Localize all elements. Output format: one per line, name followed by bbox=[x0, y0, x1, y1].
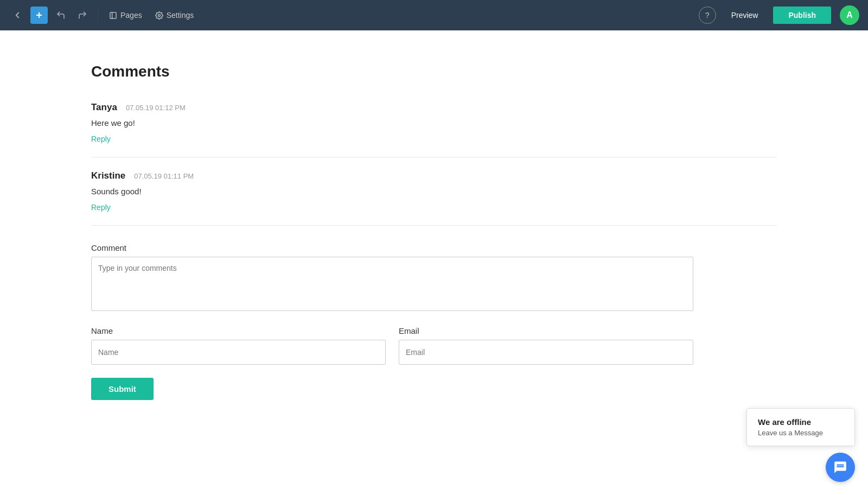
svg-point-2 bbox=[158, 14, 160, 16]
comment-header: Kristine 07.05.19 01:11 PM bbox=[91, 170, 777, 181]
chat-popup: We are offline Leave us a Message bbox=[746, 408, 855, 446]
name-label: Name bbox=[91, 326, 386, 335]
nav-divider bbox=[98, 9, 98, 22]
help-button[interactable]: ? bbox=[699, 7, 716, 24]
comment-author: Kristine bbox=[91, 170, 125, 181]
chat-button[interactable] bbox=[826, 453, 855, 482]
reply-button[interactable]: Reply bbox=[91, 203, 111, 212]
main-content: Comments Tanya 07.05.19 01:12 PM Here we… bbox=[0, 30, 868, 433]
comment-label: Comment bbox=[91, 243, 777, 252]
page-title: Comments bbox=[91, 63, 777, 80]
comment-item: Kristine 07.05.19 01:11 PM Sounds good! … bbox=[91, 170, 777, 226]
comment-author: Tanya bbox=[91, 102, 117, 113]
pages-button[interactable]: Pages bbox=[105, 8, 146, 23]
comment-text: Sounds good! bbox=[91, 187, 777, 196]
undo-button[interactable] bbox=[52, 7, 69, 24]
email-input[interactable] bbox=[399, 340, 693, 365]
chat-offline-text: We are offline bbox=[758, 417, 844, 427]
settings-label: Settings bbox=[167, 11, 194, 20]
comment-date: 07.05.19 01:11 PM bbox=[134, 172, 194, 180]
comment-text: Here we go! bbox=[91, 118, 777, 128]
publish-button[interactable]: Publish bbox=[773, 7, 831, 24]
preview-button[interactable]: Preview bbox=[720, 7, 769, 24]
name-input[interactable] bbox=[91, 340, 386, 365]
navbar: + Pages Settings ? Preview Publish A bbox=[0, 0, 868, 30]
reply-button[interactable]: Reply bbox=[91, 135, 111, 143]
pages-label: Pages bbox=[120, 11, 142, 20]
comment-header: Tanya 07.05.19 01:12 PM bbox=[91, 102, 777, 113]
chat-widget: We are offline Leave us a Message bbox=[746, 408, 855, 482]
svg-rect-0 bbox=[110, 12, 116, 18]
back-button[interactable] bbox=[9, 7, 26, 24]
comment-form: Comment Name Email Submit bbox=[91, 243, 777, 400]
settings-button[interactable]: Settings bbox=[151, 8, 199, 23]
redo-button[interactable] bbox=[74, 7, 91, 24]
email-field-wrapper: Email bbox=[399, 326, 693, 365]
comment-date: 07.05.19 01:12 PM bbox=[126, 104, 186, 112]
avatar[interactable]: A bbox=[840, 5, 859, 25]
comment-item: Tanya 07.05.19 01:12 PM Here we go! Repl… bbox=[91, 102, 777, 157]
comment-textarea[interactable] bbox=[91, 257, 693, 311]
submit-button[interactable]: Submit bbox=[91, 378, 154, 400]
chat-message-text: Leave us a Message bbox=[758, 429, 844, 437]
name-field-wrapper: Name bbox=[91, 326, 386, 365]
form-row: Name Email bbox=[91, 326, 693, 365]
add-button[interactable]: + bbox=[30, 7, 48, 24]
email-label: Email bbox=[399, 326, 693, 335]
